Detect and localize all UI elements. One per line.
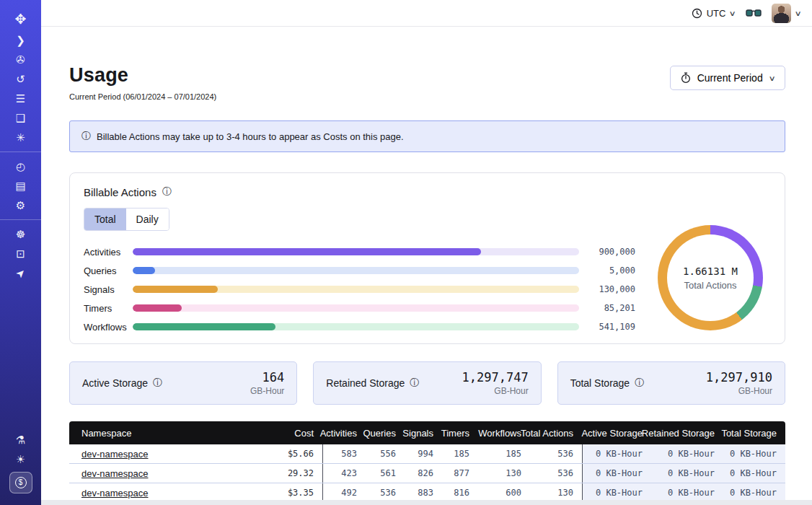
- namespace-link[interactable]: dev-namespace: [81, 468, 149, 479]
- billable-view-tabs: Total Daily: [84, 208, 169, 231]
- history-icon[interactable]: ↺: [0, 69, 41, 89]
- dollar-badge: $: [9, 472, 32, 493]
- cube-icon[interactable]: ❑: [0, 108, 41, 128]
- clock-icon: [692, 8, 702, 19]
- cell-queries: 556: [366, 444, 405, 463]
- page-title: Usage: [69, 64, 216, 87]
- total-actions-donut: 1.66131 M Total Actions: [658, 225, 763, 330]
- col-header-timers: Timers: [442, 421, 478, 444]
- sun-icon[interactable]: ☀: [0, 449, 41, 469]
- billing-card-icon[interactable]: ▤: [0, 176, 41, 196]
- cell-total-actions: 536: [530, 464, 582, 483]
- rocket-glyph: ➤: [14, 266, 28, 281]
- cell-workflows: 130: [478, 464, 530, 483]
- chevron-down-icon: ∨: [729, 9, 736, 17]
- collapse-chevron-icon[interactable]: ❯: [0, 30, 41, 50]
- bar-row-timers: Timers 85,201: [84, 299, 635, 317]
- timezone-selector[interactable]: UTC ∨: [692, 8, 736, 19]
- info-banner: ⓘ Billable Actions may take up to 3-4 ho…: [69, 120, 785, 152]
- cell-activities: 583: [322, 444, 366, 463]
- retained-storage-value: 1,297,747: [462, 370, 529, 385]
- chevron-down-icon: ∨: [794, 9, 801, 17]
- col-header-active-storage: Active Storage: [582, 421, 651, 444]
- active-storage-unit: GB-Hour: [250, 386, 284, 396]
- cell-timers: 877: [442, 464, 478, 483]
- glasses-icon[interactable]: [746, 8, 762, 18]
- cell-total-actions: 536: [530, 444, 582, 463]
- bar-value: 85,201: [579, 303, 635, 313]
- col-header-queries: Queries: [366, 421, 405, 444]
- tab-daily[interactable]: Daily: [126, 208, 169, 230]
- stack-icon[interactable]: ☰: [0, 89, 41, 108]
- timezone-label: UTC: [707, 8, 726, 19]
- temporal-logo-icon[interactable]: ✥: [0, 7, 41, 30]
- bar-row-workflows: Workflows 541,109: [84, 317, 635, 336]
- period-dropdown-button[interactable]: Current Period ∨: [670, 66, 785, 90]
- cell-total-storage: 0 KB-Hour: [723, 444, 785, 463]
- gauge-icon[interactable]: ◴: [0, 157, 41, 176]
- bar-value: 130,000: [579, 284, 635, 294]
- active-storage-value: 164: [250, 370, 284, 385]
- cell-cost: $5.66: [233, 444, 322, 463]
- bar-label: Activities: [84, 247, 133, 258]
- bar-fill: [133, 286, 218, 293]
- bar-label: Timers: [84, 303, 133, 314]
- cell-total-storage: 0 KB-Hour: [723, 464, 785, 483]
- namespaces-icon[interactable]: ✇: [0, 50, 41, 69]
- main-content: Usage Current Period (06/01/2024 – 07/01…: [41, 27, 812, 505]
- total-storage-value: 1,297,910: [706, 370, 772, 385]
- bar-label: Signals: [84, 284, 133, 295]
- settings-gear-icon[interactable]: ⚙: [0, 196, 41, 215]
- bar-row-activities: Activities 900,000: [84, 242, 635, 261]
- stopwatch-icon: [681, 72, 691, 84]
- col-header-signals: Signals: [405, 421, 442, 444]
- info-icon[interactable]: ⓘ: [635, 377, 644, 390]
- table-header-row: Namespace Cost Activities Queries Signal…: [69, 421, 785, 444]
- info-icon[interactable]: ⓘ: [153, 377, 162, 390]
- cell-signals: 994: [405, 444, 442, 463]
- page-bottom-edge: [41, 500, 812, 505]
- banner-text: Billable Actions may take up to 3-4 hour…: [97, 131, 404, 142]
- col-header-activities: Activities: [322, 421, 366, 444]
- sidebar-divider: [0, 219, 41, 220]
- bar-track: [133, 323, 579, 330]
- bar-track: [133, 286, 579, 293]
- tab-total[interactable]: Total: [84, 208, 126, 230]
- donut-sublabel: Total Actions: [684, 280, 737, 291]
- user-avatar: [772, 4, 791, 23]
- cell-activities: 423: [322, 464, 366, 483]
- cell-workflows: 185: [478, 444, 530, 463]
- col-header-cost: Cost: [233, 421, 322, 444]
- cell-active-storage: 0 KB-Hour: [582, 444, 651, 463]
- bar-fill: [133, 267, 155, 274]
- bar-value: 541,109: [579, 322, 635, 332]
- active-storage-label: Active Storage: [82, 377, 148, 389]
- info-icon[interactable]: ⓘ: [410, 377, 419, 390]
- bar-label: Queries: [84, 265, 133, 276]
- active-storage-card: Active Storage ⓘ 164 GB-Hour: [69, 361, 297, 405]
- flask-icon[interactable]: ⚗: [0, 430, 41, 449]
- usage-dollar-item[interactable]: $: [0, 469, 41, 496]
- sidebar: ✥ ❯ ✇ ↺ ☰ ❑ ✳ ◴ ▤ ⚙ ☸ ⊡ ➤ ⚗ ☀ $: [0, 0, 41, 505]
- rocket-icon[interactable]: ➤: [0, 263, 41, 283]
- topbar: UTC ∨ ∨: [41, 0, 812, 27]
- retained-storage-unit: GB-Hour: [462, 386, 529, 396]
- account-menu[interactable]: ∨: [772, 4, 800, 23]
- namespace-usage-table: Namespace Cost Activities Queries Signal…: [69, 421, 785, 505]
- bar-row-queries: Queries 5,000: [84, 261, 635, 280]
- billable-bar-chart: Activities 900,000 Queries 5,000 Signals…: [84, 242, 635, 336]
- table-row: dev-namespace $5.66 583 556 994 185 185 …: [69, 444, 785, 464]
- namespace-link[interactable]: dev-namespace: [81, 449, 149, 460]
- total-storage-unit: GB-Hour: [706, 386, 772, 396]
- docs-terminal-icon[interactable]: ⊡: [0, 244, 41, 263]
- cell-signals: 826: [405, 464, 442, 483]
- info-icon[interactable]: ⓘ: [162, 185, 172, 198]
- cell-active-storage: 0 KB-Hour: [582, 464, 651, 483]
- bar-fill: [133, 248, 481, 255]
- namespace-link[interactable]: dev-namespace: [81, 488, 149, 499]
- bar-track: [133, 304, 579, 312]
- cell-retained-storage: 0 KB-Hour: [651, 444, 723, 463]
- nexus-asterisk-icon[interactable]: ✳: [0, 128, 41, 147]
- bar-fill: [133, 323, 275, 330]
- support-lifebuoy-icon[interactable]: ☸: [0, 224, 41, 244]
